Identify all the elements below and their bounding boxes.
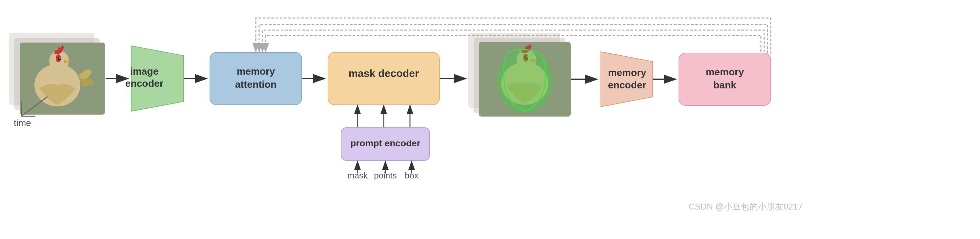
svg-text:image: image: [130, 66, 159, 77]
architecture-diagram: time image encoder memory attention mask…: [0, 0, 980, 239]
time-label: time: [14, 118, 31, 128]
svg-text:attention: attention: [235, 79, 277, 90]
svg-text:encoder: encoder: [125, 78, 164, 89]
diagram-container: time image encoder memory attention mask…: [0, 0, 980, 239]
svg-rect-18: [210, 52, 302, 105]
svg-rect-51: [679, 53, 771, 105]
svg-text:memory: memory: [706, 66, 744, 77]
svg-text:memory: memory: [237, 66, 275, 77]
svg-text:bank: bank: [713, 79, 736, 90]
svg-text:mask decoder: mask decoder: [348, 67, 419, 79]
svg-marker-47: [601, 52, 653, 107]
svg-text:memory: memory: [608, 67, 646, 78]
svg-text:encoder: encoder: [608, 79, 646, 90]
svg-point-9: [59, 57, 60, 59]
svg-text:prompt encoder: prompt encoder: [350, 138, 420, 148]
watermark-text: CSDN @小豆包的小朋友0217: [689, 202, 803, 212]
